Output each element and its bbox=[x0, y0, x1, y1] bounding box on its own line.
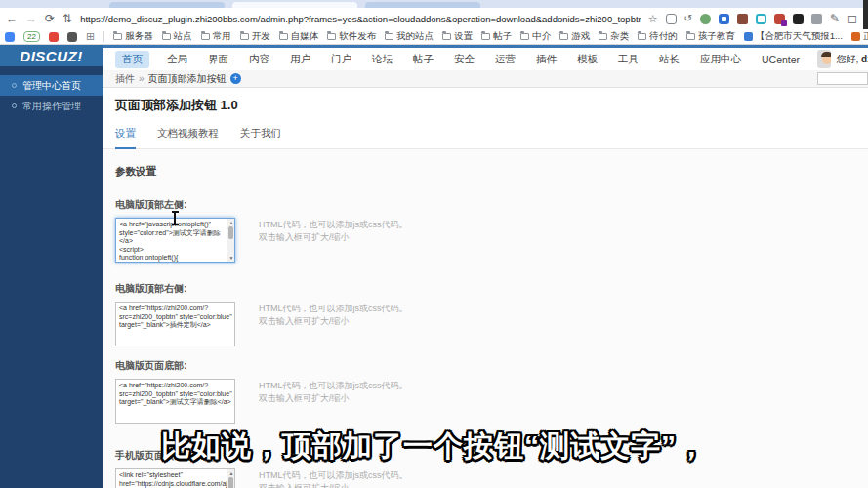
folder-icon bbox=[559, 33, 568, 40]
admin-sidebar: DISCUZ! 管理中心首页 常用操作管理 bbox=[0, 45, 103, 488]
extension-icon[interactable] bbox=[774, 14, 785, 24]
nav-item[interactable]: 帖子 bbox=[410, 51, 436, 68]
scroll-down-icon[interactable]: ▼ bbox=[227, 255, 235, 261]
bookmark-folder[interactable]: 设置 bbox=[442, 30, 473, 43]
breadcrumb-section[interactable]: 插件 bbox=[115, 72, 135, 86]
bookmark-folder-label: 孩子教育 bbox=[698, 30, 735, 43]
nav-item[interactable]: 模板 bbox=[574, 51, 600, 68]
sidebar-item[interactable]: 管理中心首页 bbox=[0, 75, 103, 96]
tab[interactable]: 关于我们 bbox=[240, 127, 281, 148]
tab-count-badge[interactable]: 22 bbox=[23, 31, 40, 42]
discuz-logo[interactable]: DISCUZ! bbox=[0, 45, 103, 66]
bookmark-folder-label: 自媒体 bbox=[291, 30, 319, 43]
bookmark-folder[interactable]: 游戏 bbox=[559, 30, 590, 43]
address-bar[interactable]: https://demo_discuz_plugin.zhi200bbs.com… bbox=[80, 14, 641, 24]
code-textarea[interactable]: <a href="https://zhi200.com/? src=zhi200… bbox=[115, 379, 235, 424]
avatar[interactable] bbox=[817, 50, 831, 68]
forward-icon[interactable]: → bbox=[25, 13, 37, 24]
extension-icon[interactable] bbox=[756, 14, 766, 24]
bookmark-star-icon[interactable]: ☆ bbox=[648, 13, 658, 25]
add-favorite-icon[interactable]: + bbox=[230, 73, 241, 84]
bookmark-folder[interactable]: 中介 bbox=[520, 30, 551, 43]
tab[interactable]: 文档视频教程 bbox=[157, 127, 219, 148]
nav-item[interactable]: UCenter bbox=[759, 52, 803, 67]
folder-icon bbox=[520, 33, 529, 40]
hint-line: 双击输入框可扩大/缩小 bbox=[259, 482, 474, 488]
extension-icon[interactable]: ↺ bbox=[684, 14, 692, 23]
nav-item[interactable]: 运营 bbox=[492, 51, 518, 68]
bookmark-link[interactable]: 【合肥市天气预报1... bbox=[744, 30, 843, 43]
bookmark-folder[interactable]: 站点 bbox=[162, 30, 192, 43]
bullet-icon bbox=[12, 103, 17, 108]
folder-icon bbox=[279, 33, 288, 40]
scrollbar[interactable]: ▲ ▼ bbox=[227, 469, 234, 488]
bookmark-link[interactable]: 正在播放亡心俱乐... bbox=[851, 30, 868, 43]
bookmark-folder-label: 软件发布 bbox=[339, 30, 376, 43]
pinned-app-icon[interactable] bbox=[49, 32, 59, 42]
scroll-up-icon[interactable]: ▲ bbox=[227, 470, 235, 476]
edit-extension-icon[interactable]: ✎ bbox=[830, 13, 840, 24]
scroll-up-icon[interactable]: ▲ bbox=[227, 220, 235, 225]
extension-icon[interactable] bbox=[737, 14, 748, 24]
sidebar-item[interactable]: 常用操作管理 bbox=[0, 96, 103, 116]
extension-icon[interactable] bbox=[719, 14, 729, 24]
page-title: 页面顶部添加按钮 1.0 bbox=[103, 88, 868, 114]
search-input[interactable] bbox=[817, 72, 868, 85]
favicon bbox=[744, 32, 753, 41]
pinned-app-icon[interactable] bbox=[67, 32, 77, 42]
settings-tabs: 设置文档视频教程关于我们 bbox=[103, 127, 868, 149]
field-label: 电脑版顶部右侧: bbox=[115, 282, 868, 296]
bookmark-folder[interactable]: 软件发布 bbox=[327, 30, 376, 43]
nav-item[interactable]: 安全 bbox=[451, 51, 477, 68]
nav-item[interactable]: 首页 bbox=[115, 51, 149, 68]
nav-item[interactable]: 应用中心 bbox=[697, 51, 744, 68]
bookmark-folder[interactable]: 常用 bbox=[201, 30, 231, 43]
code-textarea[interactable]: <a href="https://zhi200.com/? src=zhi200… bbox=[115, 302, 235, 346]
site-info-icon[interactable]: ⇅ bbox=[62, 13, 72, 24]
hint-line: 双击输入框可扩大/缩小 bbox=[259, 315, 474, 328]
bookmark-folder-label: 我的站点 bbox=[396, 30, 434, 43]
admin-top-nav: 首页全局界面内容用户门户论坛帖子安全运营插件模板工具站长应用中心UCenter … bbox=[103, 45, 868, 70]
nav-item[interactable]: 插件 bbox=[533, 51, 559, 68]
extension-icon[interactable] bbox=[793, 14, 804, 24]
user-area: 您好, dzplugin_admin 退出 ⌂ bbox=[817, 46, 868, 73]
nav-item[interactable]: 站长 bbox=[656, 51, 682, 68]
bookmark-folder[interactable]: 孩子教育 bbox=[686, 30, 735, 43]
tab-groups-icon[interactable]: ⊞ bbox=[86, 31, 95, 42]
code-text: <a href="javascript:ontopleft()" style="… bbox=[119, 221, 231, 263]
code-textarea[interactable]: <link rel="stylesheet" href="https://cdn… bbox=[115, 468, 235, 488]
bookmark-folder[interactable]: 我的站点 bbox=[385, 30, 434, 43]
bookmark-folder-label: 游戏 bbox=[571, 30, 590, 43]
extension-icon[interactable] bbox=[666, 14, 677, 24]
scrollbar[interactable]: ▲ ▼ bbox=[227, 219, 234, 262]
extension-icon[interactable]: ◻ bbox=[847, 13, 857, 24]
bookmark-folder-label: 站点 bbox=[174, 30, 192, 43]
scroll-thumb[interactable] bbox=[228, 226, 233, 239]
back-icon[interactable]: ← bbox=[6, 13, 18, 24]
scroll-thumb[interactable] bbox=[228, 477, 233, 488]
bookmark-folder-label: 待付的 bbox=[649, 30, 678, 43]
bookmark-folder[interactable]: 帖子 bbox=[481, 30, 512, 43]
nav-item[interactable]: 内容 bbox=[246, 51, 272, 68]
nav-item[interactable]: 工具 bbox=[615, 51, 641, 68]
extension-icon[interactable] bbox=[811, 14, 822, 24]
nav-item[interactable]: 全局 bbox=[164, 51, 190, 68]
bookmark-link-label: 正在播放亡心俱乐... bbox=[863, 30, 868, 43]
text-cursor-icon bbox=[174, 212, 176, 224]
pinned-app-icon[interactable] bbox=[5, 32, 15, 42]
bookmark-folder[interactable]: 开发 bbox=[240, 30, 270, 43]
folder-icon bbox=[327, 33, 336, 40]
reload-icon[interactable]: ⟳ bbox=[45, 13, 55, 24]
nav-item[interactable]: 用户 bbox=[287, 51, 313, 68]
nav-item[interactable]: 门户 bbox=[328, 51, 354, 68]
field-hint: HTML代码，也可以添加js或css代码。 双击输入框可扩大/缩小 bbox=[259, 303, 474, 328]
bookmark-folder[interactable]: 自媒体 bbox=[279, 30, 319, 43]
extension-icon[interactable] bbox=[700, 14, 711, 24]
nav-item[interactable]: 论坛 bbox=[369, 51, 395, 68]
nav-item[interactable]: 界面 bbox=[205, 51, 231, 68]
bookmark-folder[interactable]: 待付的 bbox=[638, 30, 678, 43]
tab[interactable]: 设置 bbox=[115, 127, 136, 149]
bookmark-folder[interactable]: 服务器 bbox=[113, 30, 153, 43]
username: dzplugin_admin bbox=[861, 54, 868, 64]
bookmark-folder[interactable]: 杂类 bbox=[599, 30, 629, 43]
